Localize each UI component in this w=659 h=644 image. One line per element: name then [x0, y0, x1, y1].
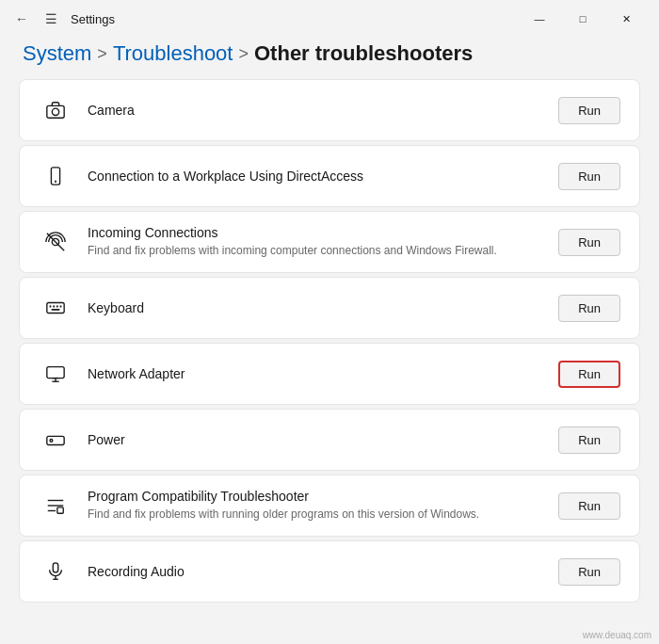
run-button-camera[interactable]: Run [558, 97, 620, 124]
breadcrumb-current: Other troubleshooters [254, 41, 473, 66]
run-button-audio[interactable]: Run [558, 558, 620, 586]
network-icon [39, 357, 72, 391]
title-bar: ← ☰ Settings — □ ✕ [0, 0, 659, 34]
troubleshooter-item-audio: Recording AudioRun [19, 540, 640, 603]
run-button-incoming[interactable]: Run [558, 229, 620, 256]
audio-icon [39, 555, 72, 588]
maximize-button[interactable]: □ [561, 6, 604, 32]
breadcrumb-troubleshoot[interactable]: Troubleshoot [113, 41, 233, 66]
item-text: Program Compatibility TroubleshooterFind… [88, 489, 558, 523]
run-button-compat[interactable]: Run [558, 492, 620, 520]
item-title: Connection to a Workplace Using DirectAc… [88, 169, 558, 184]
item-title: Incoming Connections [88, 225, 558, 240]
item-title: Camera [88, 103, 558, 118]
item-title: Recording Audio [88, 564, 558, 579]
back-button[interactable]: ← [11, 8, 32, 30]
item-description: Find and fix problems with running older… [88, 507, 521, 523]
breadcrumb-sep2: > [238, 44, 249, 64]
power-icon [39, 423, 72, 457]
troubleshooter-item-incoming: Incoming ConnectionsFind and fix problem… [19, 211, 640, 273]
troubleshooter-item-power: PowerRun [19, 409, 640, 471]
item-text: Camera [88, 103, 558, 118]
troubleshooter-item-keyboard: KeyboardRun [19, 277, 640, 339]
svg-point-1 [52, 108, 58, 115]
keyboard-icon [39, 291, 72, 325]
window-title: Settings [71, 12, 115, 26]
breadcrumb-system[interactable]: System [23, 41, 91, 66]
svg-rect-0 [47, 105, 64, 118]
watermark: www.deuaq.com [583, 630, 651, 640]
title-bar-left: ← ☰ Settings [11, 8, 115, 30]
troubleshooter-item-directaccess: Connection to a Workplace Using DirectAc… [19, 145, 640, 207]
svg-rect-6 [47, 303, 64, 314]
camera-icon [39, 93, 72, 127]
item-text: Keyboard [88, 300, 558, 315]
svg-line-5 [47, 233, 64, 250]
item-description: Find and fix problems with incoming comp… [88, 243, 521, 259]
svg-rect-22 [53, 563, 58, 572]
troubleshooter-item-network: Network AdapterRun [19, 343, 640, 405]
troubleshooter-list: CameraRunConnection to a Workplace Using… [0, 79, 659, 644]
item-title: Network Adapter [88, 366, 558, 381]
item-text: Incoming ConnectionsFind and fix problem… [88, 225, 558, 259]
breadcrumb-sep1: > [97, 44, 107, 64]
troubleshooter-item-compat: Program Compatibility TroubleshooterFind… [19, 475, 640, 537]
hamburger-menu[interactable]: ☰ [41, 8, 61, 30]
close-button[interactable]: ✕ [604, 6, 648, 32]
item-title: Keyboard [88, 300, 558, 315]
wifi-icon [39, 225, 72, 259]
item-text: Power [88, 432, 558, 447]
minimize-button[interactable]: — [518, 6, 561, 32]
settings-window: ← ☰ Settings — □ ✕ System > Troubleshoot… [0, 0, 659, 644]
run-button-keyboard[interactable]: Run [558, 295, 620, 322]
run-button-network[interactable]: Run [558, 361, 620, 388]
item-title: Program Compatibility Troubleshooter [88, 489, 558, 504]
item-text: Recording Audio [88, 564, 558, 579]
run-button-power[interactable]: Run [558, 427, 620, 454]
phone-icon [39, 159, 72, 193]
item-title: Power [88, 432, 558, 447]
troubleshooter-item-camera: CameraRun [19, 79, 640, 141]
svg-rect-21 [57, 507, 63, 513]
item-text: Connection to a Workplace Using DirectAc… [88, 169, 558, 184]
window-controls: — □ ✕ [518, 6, 648, 32]
item-text: Network Adapter [88, 366, 558, 381]
svg-rect-12 [47, 367, 64, 378]
breadcrumb: System > Troubleshoot > Other troublesho… [0, 34, 659, 79]
svg-point-17 [50, 440, 53, 443]
run-button-directaccess[interactable]: Run [558, 163, 620, 190]
compat-icon [39, 489, 72, 523]
